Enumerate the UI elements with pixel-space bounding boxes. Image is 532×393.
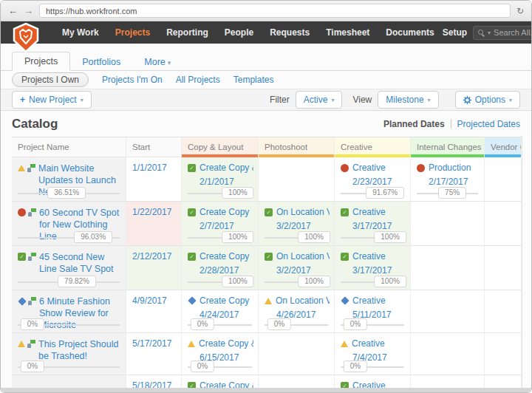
milestone-task-link[interactable]: On Location Vid... [276, 251, 330, 262]
milestone-task-link[interactable]: Creative [352, 338, 385, 349]
milestone-cell-empty [411, 246, 485, 290]
project-link[interactable]: 45 Second New Line Sale TV Spot [39, 251, 120, 275]
url-bar[interactable]: https://hub.workfront.com [39, 4, 511, 18]
status-complete-icon [341, 208, 349, 216]
milestone-task-link[interactable]: Create Copy [200, 207, 249, 217]
column-header-photoshoot[interactable]: Photoshoot [259, 137, 335, 157]
reload-icon[interactable]: ↻ [516, 6, 524, 16]
milestone-cell: Creative 7/4/2017 0% [335, 333, 411, 375]
column-header-start[interactable]: Start [126, 137, 182, 157]
scrollbar-gutter[interactable] [522, 136, 532, 389]
nav-item-reporting[interactable]: Reporting [158, 27, 216, 38]
subtab-projects-im-on[interactable]: Projects I'm On [102, 75, 163, 85]
navbar-right: Setup ▾ Search All... ✓ ? ★ 7 [443, 25, 532, 40]
forward-icon[interactable]: → [24, 6, 33, 16]
search-scope-caret-icon[interactable]: ▾ [488, 30, 491, 36]
planned-dates-toggle[interactable]: Planned Dates [383, 119, 445, 129]
column-header-copy-layout[interactable]: Copy & Layout [182, 137, 259, 157]
lion-shield-icon [13, 23, 39, 52]
milestone-task-link[interactable]: Creative [352, 163, 386, 173]
milestone-date[interactable]: 2/7/2017 [200, 221, 253, 231]
milestone-task-link[interactable]: Create Copy [200, 295, 249, 306]
status-late-icon [341, 164, 349, 172]
options-button[interactable]: Options ▾ [455, 91, 520, 109]
nav-item-timesheet[interactable]: Timesheet [318, 27, 378, 38]
milestone-task-link[interactable]: Creative [352, 251, 386, 262]
milestone-cell: Creative 3/17/2017 100% [335, 202, 411, 246]
project-name-cell: 60 Second TV Spot for New Clothing Line … [12, 202, 126, 246]
progress-track: 0% [18, 324, 120, 326]
back-icon[interactable]: ← [8, 6, 18, 16]
start-date-cell: 2/12/2017 [126, 246, 182, 290]
sharing-flag-icon [28, 208, 36, 216]
milestone-task-link[interactable]: Create Copy [200, 251, 249, 262]
nav-item-my-work[interactable]: My Work [54, 27, 107, 38]
subtab-templates[interactable]: Templates [233, 75, 274, 85]
projected-dates-toggle[interactable]: Projected Dates [457, 119, 520, 129]
milestone-cell: Creative 3/17/2017 100% [335, 246, 411, 290]
start-date[interactable]: 5/17/2017 [132, 338, 171, 349]
filter-dropdown[interactable]: Active ▾ [296, 91, 343, 109]
sharing-flag-icon [27, 164, 35, 172]
milestone-task-link[interactable]: Creative [352, 207, 386, 217]
milestone-cell-empty [485, 157, 522, 202]
milestone-task-link[interactable]: Create Copy & L.. [199, 338, 253, 349]
milestone-task-link[interactable]: On Location Vid... [276, 207, 330, 217]
milestone-date[interactable]: 3/2/2017 [276, 221, 330, 231]
setup-link[interactable]: Setup [443, 27, 467, 38]
milestone-date[interactable]: 2/23/2017 [352, 177, 406, 187]
milestone-task-link[interactable]: Create Copy & L.. [200, 163, 253, 173]
milestone-date[interactable]: 2/17/2017 [429, 177, 480, 187]
workfront-logo[interactable] [13, 23, 39, 55]
progress-track: 36.51% [18, 193, 120, 194]
status-warning-icon [188, 341, 195, 347]
chevron-down-icon: ▾ [81, 97, 83, 103]
tab-portfolios[interactable]: Portfolios [70, 53, 132, 71]
progress-label: 0% [344, 360, 367, 372]
sharing-flag-icon [27, 340, 35, 348]
milestone-date[interactable]: 2/28/2017 [200, 265, 253, 276]
start-date[interactable]: 4/9/2017 [132, 295, 167, 306]
search-input[interactable]: ▾ Search All... [473, 26, 532, 40]
window-bottom-edge [1, 388, 531, 392]
milestone-task-link[interactable]: On Location Vid... [276, 295, 330, 306]
column-header-creative[interactable]: Creative [335, 137, 411, 157]
progress-track: 100% [341, 281, 404, 283]
subtab-projects-i-own[interactable]: Projects I Own [12, 72, 89, 87]
milestone-cell-empty [411, 290, 485, 333]
start-date[interactable]: 2/12/2017 [132, 251, 171, 262]
milestone-date[interactable]: 3/17/2017 [352, 265, 406, 276]
milestone-task-link[interactable]: Creative [352, 295, 386, 306]
url-text: https://hub.workfront.com [46, 7, 137, 16]
progress-track: 96.03% [18, 237, 120, 239]
milestone-cell-empty [411, 202, 485, 246]
column-header-internal-changes[interactable]: Internal Changes [411, 137, 485, 157]
start-date[interactable]: 1/22/2017 [132, 207, 171, 217]
nav-item-people[interactable]: People [216, 27, 262, 38]
secondary-tabs: Projects I Own Projects I'm On All Proje… [1, 71, 531, 89]
subtab-all-projects[interactable]: All Projects [176, 75, 220, 85]
progress-track: 0% [188, 324, 252, 326]
browser-chrome: ← → https://hub.workfront.com ↻ [1, 1, 531, 21]
milestone-date[interactable]: 3/17/2017 [352, 221, 406, 231]
nav-item-requests[interactable]: Requests [262, 27, 318, 38]
milestone-task-link[interactable]: Production [429, 163, 471, 173]
nav-item-documents[interactable]: Documents [378, 27, 442, 38]
project-name-cell: 45 Second New Line Sale TV Spot 79.82% [12, 246, 126, 290]
column-header-vendor-changes[interactable]: Vendor Changes [485, 137, 522, 157]
progress-label: 100% [374, 276, 406, 287]
project-link[interactable]: This Project Should be Trashed! [38, 338, 120, 362]
milestone-date[interactable]: 3/2/2017 [276, 265, 330, 276]
milestone-date[interactable]: 2/1/2017 [200, 177, 253, 187]
new-project-button[interactable]: + New Project ▾ [12, 91, 92, 109]
start-date[interactable]: 1/1/2017 [132, 163, 167, 173]
nav-item-projects[interactable]: Projects [107, 27, 158, 38]
table-row: Main Website Updates to Launch New Line … [12, 157, 522, 202]
column-header-project-name[interactable]: Project Name [12, 137, 126, 157]
view-dropdown[interactable]: Milestone ▾ [378, 91, 438, 109]
status-complete-icon [188, 208, 196, 216]
tab-more[interactable]: More▾ [132, 53, 183, 71]
status-warning-icon [18, 341, 25, 347]
milestone-cell-empty [259, 157, 335, 202]
progress-label: 100% [298, 276, 330, 287]
